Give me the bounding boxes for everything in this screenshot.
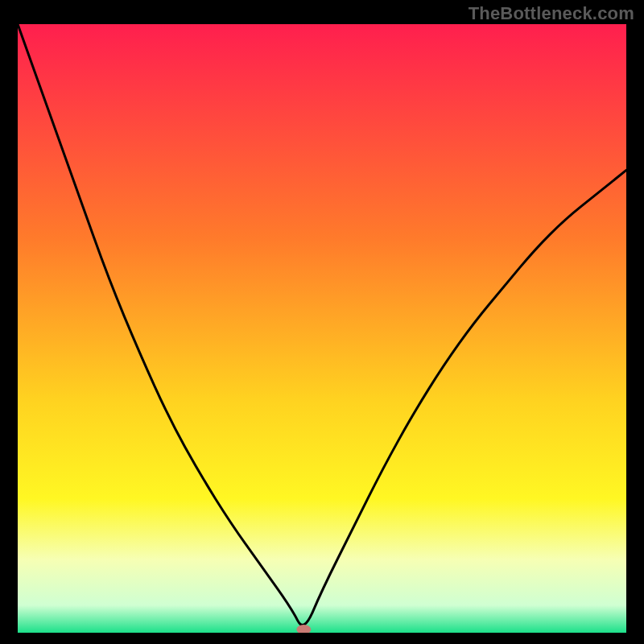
watermark-text: TheBottleneck.com — [469, 3, 634, 24]
chart-frame: TheBottleneck.com — [0, 0, 644, 644]
bottleneck-chart — [18, 24, 626, 633]
chart-background — [18, 24, 626, 633]
